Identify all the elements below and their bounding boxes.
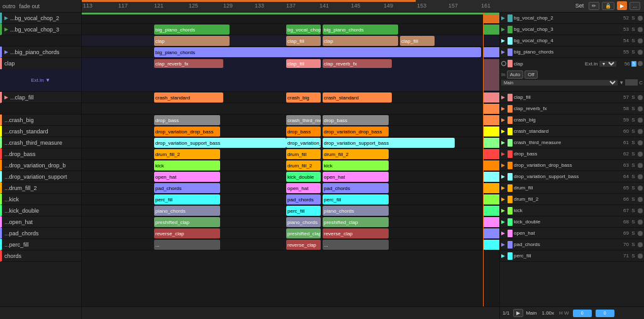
right-track-52[interactable]: bg_vocal_chop_2 52 S [500,13,644,24]
clip-clap-right[interactable] [483,59,499,91]
clip-bg-vocal-chop-2-right[interactable] [483,14,499,23]
clip-open-hat-m[interactable]: open_hat [286,183,321,193]
clip-reverb-right[interactable] [483,104,499,114]
clip-dropvardrop-right[interactable] [483,160,499,171]
clip-preshifted-m[interactable]: preshifted_clap [286,228,321,238]
track-s-57[interactable]: S [630,94,636,100]
track-s-71[interactable]: S [630,253,636,259]
clip-drop-var-sup-1[interactable]: drop_variation_support_bass [154,138,286,148]
right-track-71[interactable]: perc_fill 71 S [500,250,644,262]
clip-clap-fill-right[interactable] [483,92,499,103]
clip-kick-1[interactable]: kick [154,160,220,171]
track-s-58[interactable]: S [630,106,636,111]
clip-preshifted-clap-1[interactable]: preshifted_clap [154,217,220,227]
right-track-53[interactable]: bg_vocal_chop_3 53 S [500,24,644,35]
right-track-57[interactable]: clap_fill 57 S [500,92,644,103]
right-track-62[interactable]: drop_bass 62 S [500,148,644,160]
track-s-66[interactable]: S [630,196,636,202]
right-track-60[interactable]: crash_standard 60 S [500,126,644,137]
clip-crash-third-1[interactable]: crash_third_measure [286,115,321,125]
record-button[interactable]: ▶ [617,1,627,10]
clip-piano-chords-main[interactable]: big_piano_chords [154,47,481,57]
clip-drum-fill-2-2[interactable]: drum_fill_2 [323,149,389,159]
clip-drop-var-drop-1[interactable]: drop_variation_drop_bass [154,126,220,137]
lock-button[interactable]: 🔒 [602,2,614,10]
clip-perc-fill-2[interactable]: perc_fill [323,194,389,204]
clip-open-hat-2[interactable]: open_hat [323,172,389,182]
clip-drop-bass-1[interactable]: drop_bass [154,115,220,125]
right-track-66[interactable]: drum_fill_2 66 S [500,194,644,205]
clip-bg-chop3-right[interactable] [483,25,499,35]
clip-drum-fill2-m[interactable]: drum_fill_2 [286,160,321,171]
clip-drop-var-sup-m[interactable]: drop_variation_drop_bass [286,138,321,148]
clip-bg-chop4[interactable]: bg_vocal_chop_4 [286,25,321,35]
clip-dropvarsup-right[interactable] [483,172,499,182]
clip-reverse-clap-2[interactable]: reverse_clap [323,228,389,238]
track-s-60[interactable]: S [630,128,636,134]
track-s-55[interactable]: S [630,49,636,55]
dots-button[interactable]: ... [630,2,640,10]
clip-pad-chords-1[interactable]: pad_chords [154,183,220,193]
clip-drumfill2-right[interactable] [483,183,499,193]
track-s-52[interactable]: S [630,15,636,21]
track-s-63[interactable]: S [630,162,636,168]
track-s-70[interactable]: S [630,242,636,247]
clip-drum-fill-2-1[interactable]: drum_fill_2 [154,149,220,159]
track-s-59[interactable]: S [630,117,636,123]
clip-drop-bass-2[interactable]: drop_bass [323,115,389,125]
clip-kick-2[interactable]: kick [323,160,389,171]
clip-perc-fill-1[interactable]: perc_fill [154,194,220,204]
clip-big-piano-2[interactable]: big_piano_chords [323,25,398,35]
clip-padchords-right[interactable] [483,228,499,238]
clip-something-1[interactable]: ... [154,240,220,250]
clip-piano-right[interactable] [483,47,499,57]
track-s-54[interactable]: S [630,38,636,43]
clip-drop-var-sup-2[interactable]: drop_variation_support_bass [323,138,455,148]
clip-kick-right[interactable] [483,194,499,204]
off-btn[interactable]: Off [525,70,538,79]
right-track-70[interactable]: pad_chords 70 S [500,239,644,250]
clip-clap-reverb-fx[interactable]: clap_reverb_fx [154,59,223,68]
clip-percfill-right[interactable] [483,240,499,250]
track-s-62[interactable]: S [630,151,636,157]
right-track-54[interactable]: bg_vocal_chop_4 54 S [500,35,644,47]
clip-crashstd-1[interactable]: crash_standard [154,92,223,103]
clip-crashstd-right[interactable] [483,126,499,137]
track-s-69[interactable]: S [630,230,636,236]
right-track-64[interactable]: drop_variation_support_bass 64 S [500,171,644,182]
right-track-55[interactable]: big_piano_chords 55 S [500,47,644,58]
right-track-67[interactable]: kick 67 S [500,205,644,216]
right-track-56[interactable]: clap Ext.In ▼ 56 5 In Auto Off [500,58,644,92]
clip-crashstd-2[interactable]: crash_standard [323,92,392,103]
clip-something-2[interactable]: ... [323,240,389,250]
clip-piano-chords-r[interactable]: piano_chords [154,206,220,216]
clip-piano-chords-2[interactable]: piano_chords [323,206,389,216]
arrangement-view[interactable]: big_piano_chords bg_vocal_chop_4 big_pia… [82,13,499,306]
ext-in-select[interactable]: ▼ [599,61,616,67]
clip-crash-big-right[interactable] [483,115,499,125]
clip-perc-fill-m[interactable]: perc_fill [286,206,321,216]
track-s-65[interactable]: S [630,185,636,191]
main-select[interactable]: Main [501,80,618,86]
clip-dropbass-right[interactable] [483,149,499,159]
clip-clap-1[interactable]: clap [154,36,230,46]
clip-preshifted-clap-2[interactable]: preshifted_clap [323,217,389,227]
clip-crash-big-1[interactable]: crash_big [286,92,321,103]
clip-piano-chords-m[interactable]: piano_chords [286,217,321,227]
clip-pad-chords-2[interactable]: pad_chords [323,183,389,193]
clip-clap-fill-b[interactable]: clap_fill [286,59,321,68]
clip-clap-fill-2[interactable]: clap_fill [400,36,435,46]
volume-knob[interactable] [625,79,638,86]
right-track-69[interactable]: open_hat 69 S [500,228,644,239]
track-s-68[interactable]: S [630,219,636,225]
track-s-53[interactable]: S [630,26,636,32]
clip-big-piano-chords-1[interactable]: big_piano_chords [154,25,230,35]
track-s-61[interactable]: S [630,140,636,145]
clip-drop-var-drop-2[interactable]: drop_variation_drop_bass [323,126,389,137]
clip-clap-fill-1[interactable]: clap_fill [286,36,321,46]
clip-openhat-right[interactable] [483,217,499,227]
clip-pad-chords-m[interactable]: pad_chords [286,194,321,204]
clip-kickdouble-right[interactable] [483,206,499,216]
clip-reverse-clap-1[interactable]: reverse_clap [154,228,220,238]
right-track-68[interactable]: kick_double 68 S [500,216,644,228]
